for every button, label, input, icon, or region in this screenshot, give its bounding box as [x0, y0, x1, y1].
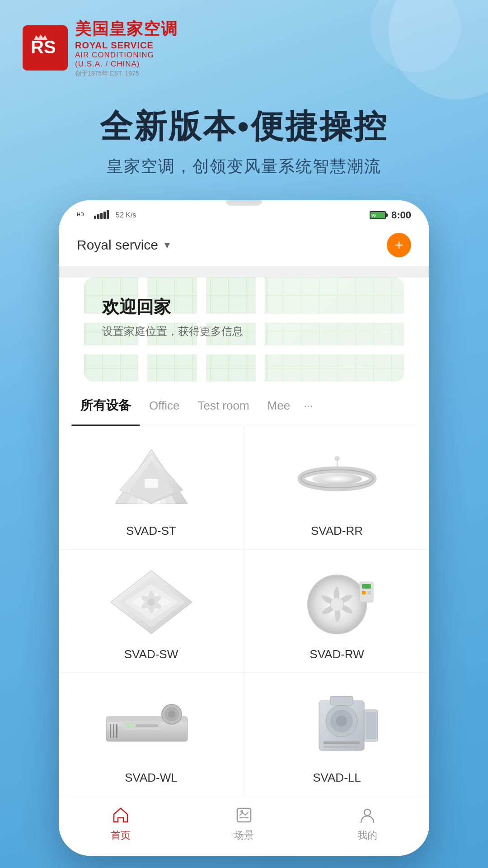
svg-rect-41: [113, 724, 114, 738]
svg-rect-4: [97, 214, 99, 219]
svg-point-39: [168, 711, 175, 718]
app-top-bar: Royal service ▼ +: [59, 226, 429, 267]
room-tabs-section: 所有设备 Office Test room Mee ···: [59, 382, 429, 426]
network-speed: 52 K/s: [116, 211, 136, 219]
svg-rect-32: [362, 584, 371, 589]
welcome-title: 欢迎回家: [102, 296, 243, 319]
logo-box: RS 美国皇家空调 ROYAL SERVICE AIR CONDITIONING…: [23, 18, 178, 78]
headline-section: 全新版本•便捷操控 皇家空调，创领变风量系统智慧潮流: [0, 91, 488, 200]
device-img-svad-rw: [287, 566, 387, 638]
brand-region: (U.S.A. / CHINA): [75, 60, 178, 69]
dropdown-arrow-icon: ▼: [163, 240, 172, 250]
welcome-sub: 设置家庭位置，获得更多信息: [102, 324, 243, 339]
svg-rect-3: [94, 216, 96, 219]
svg-rect-45: [136, 724, 158, 727]
device-name-svad-ll: SVAD-LL: [313, 771, 361, 785]
svg-point-18: [321, 475, 353, 482]
device-card-svad-wl[interactable]: SVAD-WL: [59, 673, 244, 796]
nav-label-home: 首页: [111, 829, 131, 842]
svg-rect-40: [110, 724, 111, 738]
status-right: 95 8:00: [370, 209, 411, 221]
map-content: 欢迎回家 设置家庭位置，获得更多信息: [84, 278, 261, 357]
device-name-svad-rr: SVAD-RR: [311, 524, 363, 538]
svg-rect-53: [324, 741, 360, 744]
svg-rect-14: [145, 479, 158, 488]
svg-rect-5: [100, 213, 103, 219]
map-card: 欢迎回家 设置家庭位置，获得更多信息: [84, 278, 404, 382]
svg-rect-34: [367, 591, 371, 594]
svg-point-30: [330, 598, 344, 611]
room-tabs-row: 所有设备 Office Test room Mee ···: [71, 392, 417, 426]
device-card-svad-st[interactable]: SVAD-ST: [59, 426, 244, 549]
svg-rect-52: [366, 712, 376, 739]
network-type: HD: [77, 210, 90, 221]
svg-point-28: [148, 599, 155, 606]
status-left: HD 52 K/s: [77, 210, 136, 221]
brand-chinese: 美国皇家空调: [75, 18, 178, 40]
phone-notch: [226, 200, 262, 206]
phone-wrapper: HD 52 K/s 95: [0, 200, 488, 868]
svg-rect-44: [127, 723, 133, 728]
device-img-svad-rr: [287, 443, 387, 515]
bottom-navigation: 首页 场景 我的: [59, 796, 429, 856]
svg-rect-6: [103, 212, 106, 219]
signal-bars: [94, 210, 112, 221]
nav-item-mine[interactable]: 我的: [357, 805, 377, 842]
headline-main-text: 全新版本•便捷操控: [18, 105, 470, 148]
device-card-svad-rw[interactable]: SVAD-RW: [244, 550, 429, 672]
nav-item-scene[interactable]: 场景: [234, 805, 254, 842]
device-grid: SVAD-ST: [59, 426, 429, 796]
phone-mockup: HD 52 K/s 95: [59, 200, 429, 856]
device-name-svad-rw: SVAD-RW: [310, 647, 364, 661]
device-img-svad-st: [102, 443, 201, 515]
nav-label-mine: 我的: [357, 829, 377, 842]
svg-text:HD: HD: [77, 212, 84, 217]
device-img-svad-wl: [102, 689, 201, 762]
tab-all-devices[interactable]: 所有设备: [71, 392, 140, 419]
nav-item-home[interactable]: 首页: [111, 805, 131, 842]
brand-text: 美国皇家空调 ROYAL SERVICE AIR CONDITIONING (U…: [75, 18, 178, 78]
brand-est: 创于1975年 EST. 1975: [75, 70, 178, 78]
tab-office[interactable]: Office: [140, 394, 188, 417]
svg-text:RS: RS: [31, 37, 56, 57]
tab-test-room[interactable]: Test room: [188, 394, 258, 417]
clock: 8:00: [391, 209, 411, 221]
location-text: Royal service: [77, 237, 158, 253]
device-img-svad-ll: [287, 689, 387, 762]
location-selector[interactable]: Royal service ▼: [77, 237, 172, 253]
nav-label-scene: 场景: [234, 829, 254, 842]
brand-logo-icon: RS: [23, 25, 68, 71]
svg-point-57: [364, 809, 371, 816]
device-name-svad-wl: SVAD-WL: [125, 771, 178, 785]
svg-rect-33: [362, 591, 366, 594]
tab-mee[interactable]: Mee: [258, 394, 300, 417]
add-device-button[interactable]: +: [387, 233, 411, 257]
svg-point-49: [336, 716, 347, 726]
svg-rect-42: [116, 724, 117, 738]
brand-en-line1: ROYAL SERVICE: [75, 40, 178, 51]
device-card-svad-sw[interactable]: SVAD-SW: [59, 550, 244, 672]
headline-sub-text: 皇家空调，创领变风量系统智慧潮流: [18, 156, 470, 178]
device-name-svad-sw: SVAD-SW: [124, 647, 178, 661]
map-road-diag: [268, 278, 404, 382]
brand-en-line2: AIR CONDITIONING: [75, 51, 178, 60]
svg-rect-50: [330, 696, 353, 705]
svg-rect-7: [107, 210, 109, 219]
device-card-svad-rr[interactable]: SVAD-RR: [244, 426, 429, 549]
device-img-svad-sw: [102, 566, 201, 638]
svg-rect-55: [237, 808, 251, 822]
device-name-svad-st: SVAD-ST: [126, 524, 176, 538]
svg-rect-54: [324, 746, 360, 748]
battery-icon: 95: [370, 211, 386, 219]
tab-more[interactable]: ···: [304, 399, 313, 412]
device-card-svad-ll[interactable]: SVAD-LL: [244, 673, 429, 796]
